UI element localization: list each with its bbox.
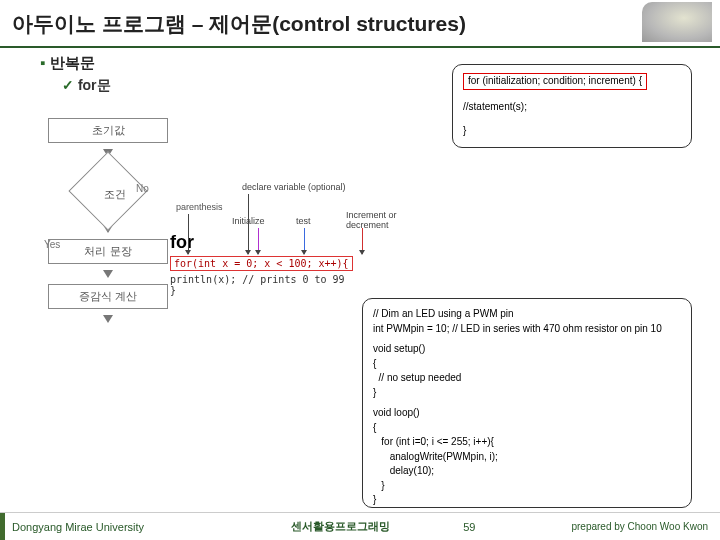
ex-line: delay(10); [373,464,681,479]
footer-page: 59 [449,521,489,533]
arrow-icon [103,270,113,278]
syntax-line1: for (initialization; condition; incremen… [463,73,647,90]
ex-line: { [373,357,681,372]
syntax-panel: for (initialization; condition; incremen… [452,64,692,148]
bullet1-text: 반복문 [50,54,95,71]
label-incr: Increment or decrement [346,210,406,230]
ex-line: void setup() [373,342,681,357]
ex-line: for (int i=0; i <= 255; i++){ [373,435,681,450]
footer-university: Dongyang Mirae University [12,521,231,533]
arrow-icon [188,214,189,254]
ex-line: } [373,493,681,508]
logo-image [642,2,712,42]
ex-line: void loop() [373,406,681,421]
label-test: test [296,216,311,226]
arrow-icon [362,228,363,254]
example-panel: // Dim an LED using a PWM pin int PWMpin… [362,298,692,508]
bullet2-text: for문 [78,77,111,93]
flowchart: 초기값 조건 Yes No 처리 문장 증감식 계산 [48,118,168,329]
flow-init: 초기값 [48,118,168,143]
ex-line: } [373,386,681,401]
illus-code: for(int x = 0; x < 100; x++){ [170,256,353,271]
arrow-icon [258,228,259,254]
ex-line: int PWMpin = 10; // LED in series with 4… [373,322,681,337]
label-declare: declare variable (optional) [242,182,346,192]
illus-close: } [170,285,345,296]
footer-author: prepared by Choon Woo Kwon [489,521,708,532]
ex-line: // Dim an LED using a PWM pin [373,307,681,322]
flow-no: No [136,183,149,194]
footer: Dongyang Mirae University 센서활용프로그래밍 59 p… [0,512,720,540]
flow-proc: 처리 문장 [48,239,168,264]
ex-line: } [373,479,681,494]
ex-line: // no setup needed [373,371,681,386]
label-parenthesis: parenthesis [176,202,223,212]
arrow-icon [304,228,305,254]
syntax-line3: } [463,124,681,139]
ex-line: analogWrite(PWMpin, i); [373,450,681,465]
ex-line: { [373,421,681,436]
footer-course: 센서활용프로그래밍 [231,519,450,534]
slide-title: 아두이노 프로그램 – 제어문(control structures) [12,10,708,38]
arrow-icon [248,194,249,254]
flow-step: 증감식 계산 [48,284,168,309]
syntax-line2: //statement(s); [463,100,681,115]
illus-println: println(x); // prints 0 to 99 [170,274,345,285]
arrow-icon [103,315,113,323]
flow-yes: Yes [44,239,60,250]
